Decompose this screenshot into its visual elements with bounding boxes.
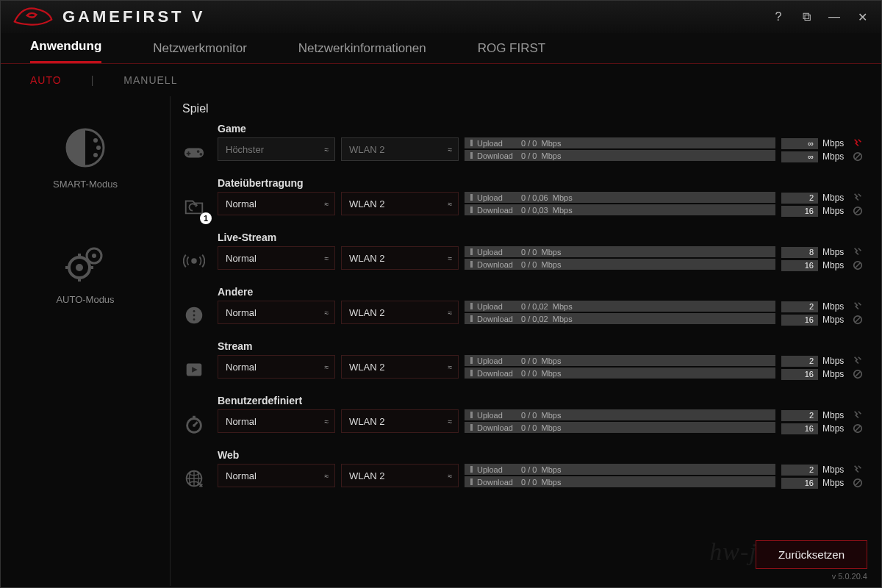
priority-dropdown[interactable]: Normal ≈ — [218, 246, 335, 270]
subtab-auto[interactable]: AUTO — [30, 74, 62, 86]
version-label: v 5.0.20.4 — [832, 572, 867, 581]
run-icon[interactable] — [852, 137, 864, 149]
download-limit-input[interactable]: ∞ — [781, 151, 818, 162]
unit-label: Mbps — [822, 151, 847, 162]
close-button[interactable]: ✕ — [855, 10, 870, 24]
badge-count: 1 — [200, 212, 212, 224]
category-icon — [179, 409, 209, 439]
run-icon[interactable] — [852, 355, 864, 367]
title-bar: GAMEFIRST V ? ⧉ — ✕ — [1, 1, 881, 33]
unit-label: Mbps — [822, 260, 847, 270]
interface-value: WLAN 2 — [349, 416, 384, 427]
block-icon[interactable] — [852, 151, 864, 162]
chevron-icon: ≈ — [448, 417, 451, 426]
interface-dropdown[interactable]: WLAN 2 ≈ — [341, 192, 459, 215]
priority-value: Normal — [226, 253, 257, 264]
unit-label: Mbps — [822, 369, 847, 379]
download-bar: Download0 / 0,02 Mbps — [465, 313, 775, 324]
category-icon — [179, 246, 209, 276]
svg-point-1 — [93, 138, 98, 143]
upload-bar: Upload0 / 0 Mbps — [465, 409, 775, 420]
upload-limit-input[interactable]: 2 — [781, 301, 818, 312]
upload-bar: Upload0 / 0,02 Mbps — [465, 301, 775, 312]
run-icon[interactable] — [852, 409, 864, 421]
run-icon[interactable] — [852, 301, 864, 312]
priority-dropdown[interactable]: Normal ≈ — [218, 464, 335, 487]
tab-netzwerkinformationen[interactable]: Netzwerkinformationen — [298, 41, 426, 63]
upload-limit-input[interactable]: 2 — [781, 410, 818, 421]
tab-netzwerkmonitor[interactable]: Netzwerkmonitor — [153, 41, 247, 63]
interface-dropdown[interactable]: WLAN 2 ≈ — [341, 137, 459, 161]
interface-dropdown[interactable]: WLAN 2 ≈ — [341, 409, 459, 433]
download-limit-input[interactable]: 16 — [781, 206, 818, 217]
priority-dropdown[interactable]: Höchster ≈ — [218, 137, 335, 161]
tab-rog-first[interactable]: ROG FIRST — [478, 41, 546, 63]
run-icon[interactable] — [852, 192, 864, 204]
run-icon[interactable] — [852, 464, 864, 476]
bandwidth-bars: Upload0 / 0 Mbps Download0 / 0 Mbps — [465, 137, 775, 162]
upload-limit-input[interactable]: ∞ — [781, 138, 818, 149]
interface-value: WLAN 2 — [349, 307, 384, 318]
run-icon[interactable] — [852, 246, 864, 258]
unit-label: Mbps — [822, 301, 847, 312]
mode-label: SMART-Modus — [53, 179, 118, 190]
unit-label: Mbps — [822, 478, 847, 488]
priority-dropdown[interactable]: Normal ≈ — [218, 409, 335, 433]
priority-dropdown[interactable]: Normal ≈ — [218, 355, 335, 379]
tab-anwendung[interactable]: Anwendung — [30, 39, 101, 63]
svg-point-10 — [200, 153, 203, 156]
category-icon: 1 — [179, 192, 209, 221]
block-icon[interactable] — [852, 477, 864, 489]
svg-rect-25 — [193, 416, 196, 420]
priority-dropdown[interactable]: Normal ≈ — [218, 192, 335, 215]
download-limit-input[interactable]: 16 — [781, 315, 818, 326]
reset-button[interactable]: Zurücksetzen — [756, 540, 867, 569]
block-icon[interactable] — [852, 259, 864, 271]
category-row: Game Höchster ≈ WLAN 2 ≈ Upload0 / 0 Mbp… — [179, 123, 864, 167]
link-button[interactable]: ⧉ — [799, 10, 814, 24]
interface-value: WLAN 2 — [349, 198, 384, 209]
chevron-icon: ≈ — [325, 417, 328, 426]
minimize-button[interactable]: — — [827, 10, 842, 24]
interface-dropdown[interactable]: WLAN 2 ≈ — [341, 355, 459, 379]
upload-limit-input[interactable]: 2 — [781, 465, 818, 476]
block-icon[interactable] — [852, 423, 864, 434]
svg-point-19 — [193, 315, 196, 317]
priority-value: Höchster — [226, 144, 264, 155]
interface-dropdown[interactable]: WLAN 2 ≈ — [341, 464, 459, 487]
category-title: Dateiübertragung — [218, 177, 864, 189]
chevron-icon: ≈ — [325, 472, 328, 480]
download-bar: Download0 / 0 Mbps — [465, 422, 775, 433]
interface-value: WLAN 2 — [349, 362, 384, 373]
block-icon[interactable] — [852, 368, 864, 380]
interface-dropdown[interactable]: WLAN 2 ≈ — [341, 246, 459, 270]
category-title: Web — [218, 449, 864, 461]
category-row: Web Normal ≈ WLAN 2 ≈ Upload0 / 0 Mbps D… — [179, 449, 864, 493]
download-limit-input[interactable]: 16 — [781, 369, 818, 380]
unit-label: Mbps — [822, 138, 847, 148]
chevron-icon: ≈ — [325, 146, 328, 154]
subtab-manuell[interactable]: MANUELL — [123, 74, 177, 86]
category-title: Benutzerdefiniert — [218, 395, 864, 406]
smart-mode-icon — [63, 126, 107, 170]
help-button[interactable]: ? — [771, 10, 786, 24]
upload-limit-input[interactable]: 2 — [781, 193, 818, 204]
upload-limit-input[interactable]: 8 — [781, 247, 818, 258]
unit-label: Mbps — [822, 410, 847, 420]
block-icon[interactable] — [852, 205, 864, 217]
download-limit-input[interactable]: 16 — [781, 423, 818, 434]
mode-auto[interactable]: AUTO-Modus — [56, 241, 114, 305]
priority-dropdown[interactable]: Normal ≈ — [218, 301, 335, 324]
interface-dropdown[interactable]: WLAN 2 ≈ — [341, 301, 459, 324]
window-controls: ? ⧉ — ✕ — [771, 10, 874, 24]
download-limit-input[interactable]: 16 — [781, 260, 818, 271]
svg-point-15 — [191, 258, 197, 264]
upload-limit-input[interactable]: 2 — [781, 356, 818, 367]
download-limit-input[interactable]: 16 — [781, 478, 818, 489]
bandwidth-bars: Upload0 / 0 Mbps Download0 / 0 Mbps — [465, 409, 775, 434]
block-icon[interactable] — [852, 314, 864, 326]
download-bar: Download0 / 0,03 Mbps — [465, 204, 775, 215]
mode-smart[interactable]: SMART-Modus — [53, 126, 118, 190]
app-title: GAMEFIRST V — [62, 7, 205, 26]
priority-value: Normal — [226, 362, 257, 373]
